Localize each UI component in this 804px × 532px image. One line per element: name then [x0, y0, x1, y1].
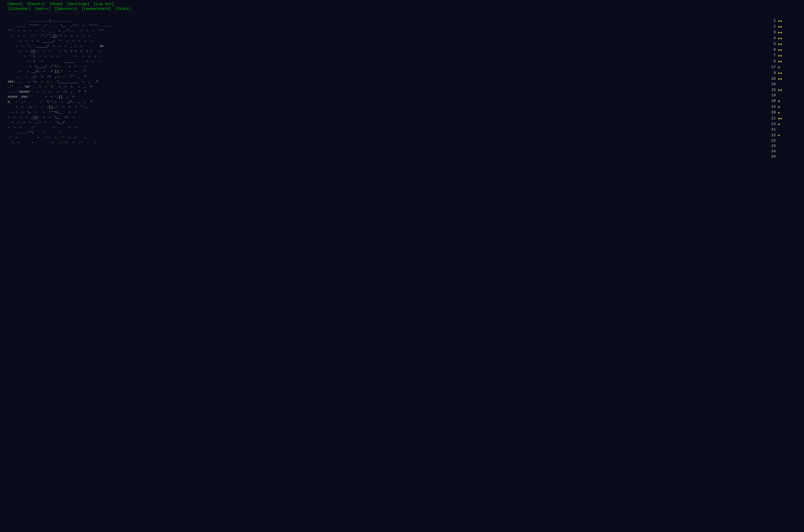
- day-row[interactable]: 1★★: [769, 18, 797, 23]
- day-number: 5: [769, 42, 776, 46]
- day-row[interactable]: 14★: [769, 104, 797, 109]
- nav-sponsors[interactable]: [Sponsors]: [55, 7, 77, 11]
- day-row[interactable]: 19: [769, 93, 797, 98]
- nav-aocpp[interactable]: [AoC++]: [35, 7, 51, 11]
- day-number: 23: [769, 144, 776, 148]
- day-number: 25: [769, 155, 776, 159]
- day-number: 6: [769, 48, 776, 52]
- day-number: 19: [769, 93, 776, 98]
- day-row[interactable]: 13★: [769, 122, 797, 127]
- day-stars: ★★: [778, 18, 782, 23]
- nav-shop[interactable]: [Shop]: [49, 2, 63, 6]
- day-number: 7: [769, 54, 776, 58]
- day-number: 1: [769, 19, 776, 23]
- day-row[interactable]: 17★: [769, 65, 797, 70]
- site-header: [About] [Events] [Shop] [Settings] [Log …: [0, 0, 804, 13]
- day-number: 8: [769, 59, 776, 63]
- day-number: 16: [769, 77, 776, 81]
- nav-calendar[interactable]: [Calendar]: [8, 7, 31, 11]
- days-list: 1★★2★★3★★4★★5★★6★★7★★8★★17★9★★16★★1815★★…: [769, 18, 797, 159]
- day-number: 10: [769, 99, 776, 103]
- day-number: 2: [769, 24, 776, 29]
- day-row[interactable]: 10★: [769, 99, 797, 103]
- day-row[interactable]: 11★★: [769, 116, 797, 121]
- day-stars: ★★: [778, 48, 782, 52]
- day-row[interactable]: 5★★: [769, 42, 797, 46]
- nav-logout[interactable]: [Log Out]: [94, 2, 114, 6]
- day-number: 14: [769, 104, 776, 109]
- day-row[interactable]: 20★: [769, 110, 797, 115]
- day-number: 24: [769, 149, 776, 154]
- day-stars: ★★: [778, 24, 782, 29]
- day-number: 22: [769, 139, 776, 143]
- day-stars: ★★: [778, 59, 782, 64]
- day-number: 4: [769, 36, 776, 40]
- nav-row-2: [Calendar] [AoC++] [Sponsors] [Leaderboa…: [3, 7, 801, 11]
- day-row[interactable]: 6★★: [769, 48, 797, 52]
- day-number: 13: [769, 122, 776, 126]
- day-row[interactable]: 24: [769, 149, 797, 154]
- nav-about[interactable]: [About]: [7, 2, 23, 6]
- nav-leaderboard[interactable]: [Leaderboard]: [81, 7, 111, 11]
- nav-stats[interactable]: [Stats]: [115, 7, 131, 11]
- day-stars: ★★: [778, 53, 782, 58]
- day-stars: ★★: [778, 30, 782, 35]
- day-row[interactable]: 3★★: [769, 30, 797, 35]
- day-stars: ★: [778, 104, 780, 109]
- day-row[interactable]: 18: [769, 82, 797, 87]
- day-row[interactable]: 25: [769, 155, 797, 159]
- day-row[interactable]: 12★: [769, 133, 797, 138]
- day-number: 3: [769, 30, 776, 35]
- day-number: 12: [769, 133, 776, 137]
- day-stars: ★: [778, 133, 780, 138]
- day-stars: ★★: [778, 116, 782, 121]
- day-number: 17: [769, 65, 776, 69]
- day-stars: ★: [778, 122, 780, 127]
- nav-row-1: [About] [Events] [Shop] [Settings] [Log …: [3, 2, 801, 6]
- nav-settings[interactable]: [Settings]: [67, 2, 90, 6]
- day-row[interactable]: 21: [769, 128, 797, 132]
- day-row[interactable]: 23: [769, 144, 797, 148]
- day-stars: ★★: [778, 76, 782, 81]
- day-stars: ★: [778, 65, 780, 70]
- day-row[interactable]: 22: [769, 139, 797, 143]
- day-number: 9: [769, 71, 776, 75]
- nav-events[interactable]: [Events]: [27, 2, 45, 6]
- main-content: ...........|........... ..... ''''' .' _…: [0, 13, 804, 164]
- day-number: 18: [769, 82, 776, 87]
- day-number: 21: [769, 128, 776, 132]
- ascii-art-display: ...........|........... ..... ''''' .' _…: [7, 18, 759, 159]
- day-row[interactable]: 8★★: [769, 59, 797, 64]
- day-stars: ★★: [778, 42, 782, 46]
- day-number: 15: [769, 88, 776, 92]
- day-number: 20: [769, 110, 776, 115]
- day-row[interactable]: 15★★: [769, 88, 797, 92]
- day-number: 11: [769, 116, 776, 120]
- day-row[interactable]: 2★★: [769, 24, 797, 29]
- day-row[interactable]: 16★★: [769, 76, 797, 81]
- day-row[interactable]: 4★★: [769, 36, 797, 41]
- day-stars: ★: [778, 110, 780, 115]
- day-stars: ★★: [778, 71, 782, 75]
- day-row[interactable]: 7★★: [769, 53, 797, 58]
- day-row[interactable]: 9★★: [769, 71, 797, 75]
- day-stars: ★: [778, 99, 780, 103]
- day-stars: ★★: [778, 88, 782, 92]
- day-stars: ★★: [778, 36, 782, 41]
